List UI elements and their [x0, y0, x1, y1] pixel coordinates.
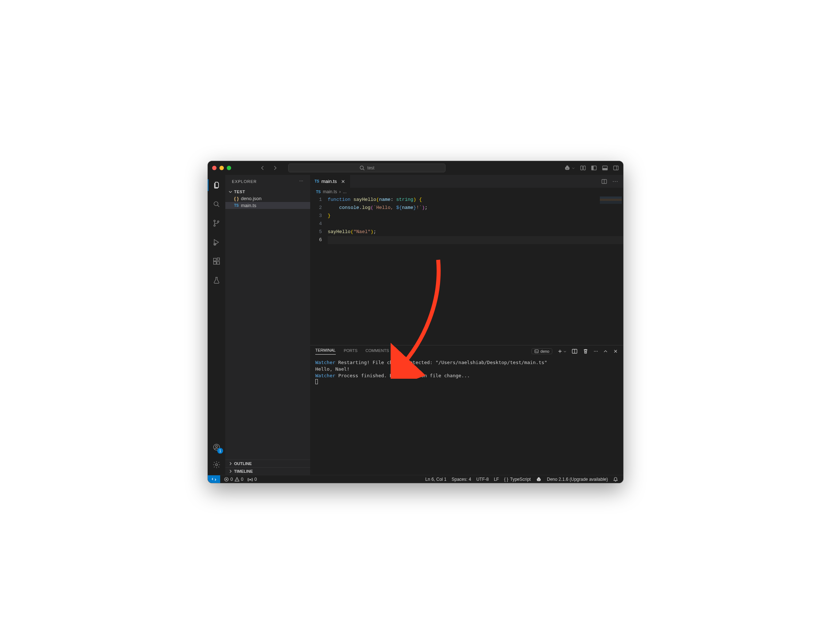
search-text: test	[367, 166, 374, 171]
remote-icon	[212, 477, 217, 482]
window-close-button[interactable]	[212, 166, 217, 170]
toggle-sidebar-icon[interactable]	[591, 165, 597, 171]
panel-tab-comments[interactable]: COMMENTS	[365, 348, 389, 355]
svg-point-0	[360, 166, 364, 169]
panel-more-icon[interactable]: ⋯	[594, 349, 598, 354]
gear-icon	[212, 461, 221, 469]
play-bug-icon	[212, 238, 221, 246]
beaker-icon	[212, 276, 221, 284]
nav-forward-icon[interactable]	[272, 165, 278, 171]
chevron-down-icon	[572, 166, 575, 170]
term-line-restart: Restarting! File change detected: "/User…	[338, 360, 547, 365]
chevron-down-icon	[563, 350, 567, 353]
ts-icon: TS	[316, 190, 321, 194]
toggle-secondary-sidebar-icon[interactable]	[613, 165, 619, 171]
command-center-search[interactable]: test	[288, 164, 446, 172]
status-problems[interactable]: 0 0	[224, 477, 243, 482]
file-deno-json[interactable]: { } deno.json	[225, 195, 310, 202]
breadcrumb[interactable]: TS main.ts › ...	[310, 188, 623, 196]
terminal-cursor	[315, 379, 318, 384]
outline-section[interactable]: OUTLINE	[225, 459, 310, 467]
panel-tab-terminal[interactable]: TERMINAL	[315, 348, 336, 355]
search-icon	[359, 165, 365, 171]
error-icon	[224, 477, 229, 482]
svg-rect-21	[535, 350, 538, 353]
close-panel-icon[interactable]	[613, 349, 618, 354]
outline-label: OUTLINE	[234, 461, 252, 466]
terminal-output[interactable]: Watcher Restarting! File change detected…	[310, 357, 623, 475]
panel-tabs: TERMINAL PORTS COMMENTS deno	[310, 346, 623, 357]
nav-buttons	[259, 165, 278, 171]
line-gutter: 1 2 3 4 5 6	[310, 196, 328, 345]
bell-icon	[613, 477, 618, 482]
warning-icon	[234, 477, 240, 482]
svg-point-24	[250, 479, 251, 480]
status-indent[interactable]: Spaces: 4	[452, 477, 471, 482]
svg-rect-4	[592, 166, 594, 170]
activity-source-control[interactable]	[208, 216, 225, 231]
activity-extensions[interactable]	[208, 254, 225, 269]
files-icon	[212, 181, 221, 189]
tab-main-ts[interactable]: TS main.ts	[310, 175, 350, 188]
window-minimize-button[interactable]	[220, 166, 224, 170]
svg-rect-7	[614, 166, 619, 170]
status-eol[interactable]: LF	[494, 477, 499, 482]
svg-point-11	[218, 221, 219, 222]
watcher-tag: Watcher	[315, 360, 335, 365]
breadcrumb-file: main.ts	[323, 189, 337, 194]
git-branch-icon	[212, 219, 221, 227]
toggle-panel-icon[interactable]	[602, 165, 608, 171]
breadcrumb-sep: ›	[339, 189, 341, 194]
split-terminal-icon[interactable]	[572, 348, 578, 354]
file-label: deno.json	[241, 196, 261, 201]
status-ports[interactable]: 0	[248, 477, 257, 482]
activity-search[interactable]	[208, 197, 225, 212]
status-encoding[interactable]: UTF-8	[476, 477, 489, 482]
activity-run-debug[interactable]	[208, 235, 225, 250]
kill-terminal-icon[interactable]	[583, 348, 589, 354]
activity-settings[interactable]	[208, 457, 225, 472]
svg-point-10	[213, 225, 215, 226]
radio-icon	[248, 477, 253, 482]
layout-customize-icon[interactable]	[580, 165, 586, 171]
window-maximize-button[interactable]	[227, 166, 231, 170]
code-editor[interactable]: 1 2 3 4 5 6 function sayHello(name: stri…	[310, 196, 623, 345]
braces-icon: { }	[504, 477, 508, 482]
new-terminal-icon[interactable]	[557, 349, 567, 354]
remote-indicator[interactable]	[208, 475, 220, 483]
activity-testing[interactable]	[208, 273, 225, 288]
file-main-ts[interactable]: TS main.ts	[225, 202, 310, 209]
tab-close-icon[interactable]	[341, 179, 345, 184]
activity-bar: 1	[208, 175, 225, 475]
activity-explorer[interactable]	[208, 178, 225, 193]
status-cursor-pos[interactable]: Ln 6, Col 1	[425, 477, 447, 482]
status-notifications-icon[interactable]	[613, 477, 618, 482]
svg-rect-6	[603, 168, 608, 170]
copilot-icon[interactable]	[564, 165, 575, 171]
status-deno[interactable]: Deno 2.1.6 (Upgrade available)	[547, 477, 608, 482]
file-label: main.ts	[241, 203, 256, 208]
folder-root[interactable]: TEST	[225, 188, 310, 195]
ts-icon: TS	[315, 179, 319, 183]
minimap[interactable]	[600, 196, 622, 211]
status-bar: 0 0 0 Ln 6, Col 1 Spaces: 4 UTF-8 LF { }…	[208, 475, 623, 483]
svg-rect-1	[581, 166, 583, 170]
activity-accounts[interactable]: 1	[208, 440, 225, 454]
split-editor-icon[interactable]	[601, 179, 607, 185]
svg-rect-16	[217, 258, 220, 260]
term-line-finished: Process finished. Restarting on file cha…	[338, 373, 470, 378]
sidebar-more-icon[interactable]: ⋯	[299, 179, 304, 184]
panel-tab-ports[interactable]: PORTS	[344, 348, 358, 355]
terminal-icon	[534, 349, 539, 354]
status-copilot-icon[interactable]	[536, 477, 542, 482]
svg-point-19	[215, 464, 218, 466]
chevron-right-icon	[228, 461, 232, 466]
editor-more-icon[interactable]: ⋯	[612, 178, 618, 185]
nav-back-icon[interactable]	[259, 165, 266, 171]
status-language[interactable]: { } TypeScript	[504, 477, 531, 482]
terminal-selector[interactable]: deno	[532, 348, 552, 354]
timeline-section[interactable]: TIMELINE	[225, 467, 310, 475]
explorer-sidebar: EXPLORER ⋯ TEST { } deno.json TS main.ts	[225, 175, 310, 475]
editor-tabs: TS main.ts ⋯	[310, 175, 623, 188]
maximize-panel-icon[interactable]	[603, 349, 608, 354]
